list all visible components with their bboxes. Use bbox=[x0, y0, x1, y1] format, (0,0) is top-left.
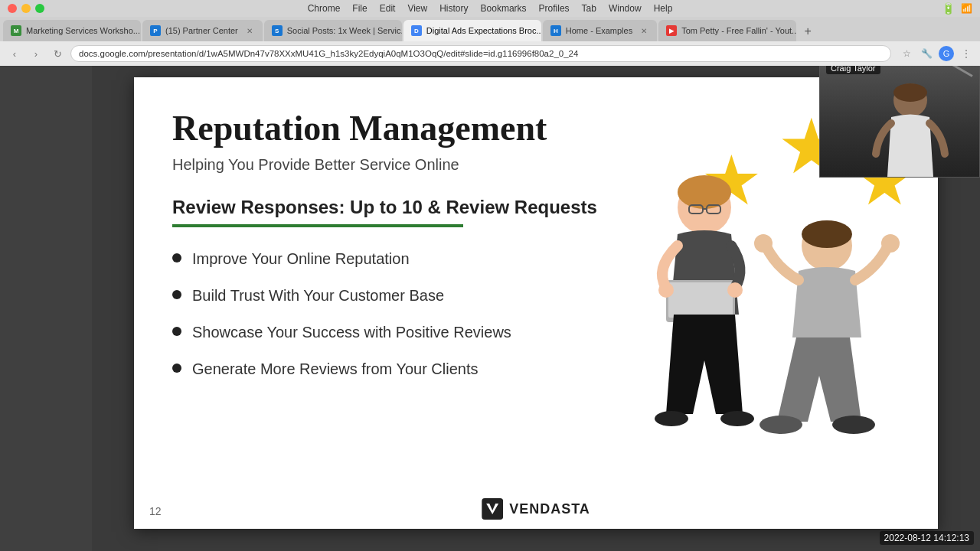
url-text: docs.google.com/presentation/d/1wA5MWDn4… bbox=[79, 49, 578, 58]
bullet-dot-2 bbox=[172, 290, 181, 299]
mac-menu: Chrome File Edit View History Bookmarks … bbox=[308, 3, 673, 14]
green-divider bbox=[172, 224, 463, 227]
profile-icon[interactable]: G bbox=[939, 46, 954, 61]
new-tab-button[interactable]: + bbox=[798, 21, 818, 41]
timestamp: 2022-08-12 14:12:13 bbox=[880, 531, 974, 545]
webcam-person-svg bbox=[864, 77, 956, 177]
bullet-text-4: Generate More Reviews from Your Clients bbox=[192, 359, 479, 379]
tab-label-4: Digital Ads Expectations Broc... bbox=[426, 26, 541, 35]
menu-tab[interactable]: Tab bbox=[582, 3, 596, 14]
mac-titlebar: Chrome File Edit View History Bookmarks … bbox=[0, 0, 980, 17]
bullet-text-1: Improve Your Online Reputation bbox=[192, 249, 410, 269]
menu-chrome[interactable]: Chrome bbox=[308, 3, 341, 14]
star-icon[interactable]: ☆ bbox=[899, 46, 914, 61]
bullet-text-2: Build Trust With Your Customer Base bbox=[192, 285, 444, 305]
menu-bookmarks[interactable]: Bookmarks bbox=[481, 3, 527, 14]
menu-history[interactable]: History bbox=[439, 3, 468, 14]
tab-favicon-6: ▶ bbox=[666, 25, 677, 36]
extension-icon[interactable]: 🔧 bbox=[919, 46, 934, 61]
address-input[interactable]: docs.google.com/presentation/d/1wA5MWDn4… bbox=[70, 45, 891, 62]
forward-button[interactable]: › bbox=[28, 45, 44, 62]
menu-profiles[interactable]: Profiles bbox=[539, 3, 570, 14]
bullet-dot-4 bbox=[172, 364, 181, 373]
tab-favicon-2: P bbox=[150, 25, 161, 36]
tab-label-6: Tom Petty - Free Fallin' - Yout... bbox=[681, 26, 796, 35]
vendasta-name: VENDASTA bbox=[509, 501, 590, 517]
slide-number: 12 bbox=[149, 505, 162, 517]
tab-close-2[interactable]: ✕ bbox=[244, 25, 255, 36]
tab-favicon-3: S bbox=[272, 25, 283, 36]
svg-rect-6 bbox=[668, 282, 733, 318]
svg-point-10 bbox=[720, 411, 754, 426]
tab-digital-ads[interactable]: D Digital Ads Expectations Broc... ✕ bbox=[403, 20, 541, 41]
tab-close-5[interactable]: ✕ bbox=[639, 25, 649, 36]
svg-point-8 bbox=[727, 282, 743, 298]
reload-button[interactable]: ↻ bbox=[49, 45, 66, 62]
bullet-text-3: Showcase Your Success with Positive Revi… bbox=[192, 322, 511, 342]
tab-favicon-1: M bbox=[11, 25, 21, 36]
tab-marketing-services[interactable]: M Marketing Services Worksho... ✕ bbox=[3, 20, 141, 41]
vendasta-logo: VENDASTA bbox=[482, 498, 590, 520]
webcam-overlay: Craig Taylor bbox=[819, 55, 980, 178]
tab-label-1: Marketing Services Worksho... bbox=[26, 26, 140, 35]
mac-chrome: Chrome File Edit View History Bookmarks … bbox=[0, 0, 980, 55]
tab-home-examples[interactable]: H Home - Examples ✕ bbox=[543, 20, 657, 41]
tab-label-5: Home - Examples bbox=[566, 26, 632, 35]
svg-point-20 bbox=[893, 83, 927, 102]
bullet-dot-3 bbox=[172, 327, 181, 336]
tab-social-posts[interactable]: S Social Posts: 1x Week | Servic... ✕ bbox=[264, 20, 402, 41]
close-button[interactable] bbox=[8, 4, 17, 13]
slide-panel bbox=[0, 55, 92, 551]
tab-favicon-5: H bbox=[550, 25, 561, 36]
svg-point-12 bbox=[802, 220, 852, 248]
svg-point-15 bbox=[760, 416, 802, 434]
tab-bar: M Marketing Services Worksho... ✕ P (15)… bbox=[0, 17, 980, 41]
svg-point-14 bbox=[881, 234, 900, 253]
menu-view[interactable]: View bbox=[407, 3, 427, 14]
menu-help[interactable]: Help bbox=[654, 3, 673, 14]
menu-edit[interactable]: Edit bbox=[380, 3, 396, 14]
tab-label-3: Social Posts: 1x Week | Servic... bbox=[287, 26, 402, 35]
tab-youtube[interactable]: ▶ Tom Petty - Free Fallin' - Yout... ✕ bbox=[658, 20, 796, 41]
svg-point-9 bbox=[655, 411, 688, 426]
traffic-lights[interactable] bbox=[8, 4, 44, 13]
tab-label-2: (15) Partner Center bbox=[165, 26, 238, 35]
back-button[interactable]: ‹ bbox=[6, 45, 23, 62]
browser-icons: ☆ 🔧 G ⋮ bbox=[899, 46, 974, 61]
menu-file[interactable]: File bbox=[352, 3, 367, 14]
svg-point-7 bbox=[658, 282, 674, 298]
tab-partner-center[interactable]: P (15) Partner Center ✕ bbox=[142, 20, 263, 41]
svg-rect-17 bbox=[482, 498, 503, 520]
maximize-button[interactable] bbox=[35, 4, 44, 13]
more-icon[interactable]: ⋮ bbox=[959, 46, 974, 61]
bullet-dot-1 bbox=[172, 253, 181, 262]
svg-point-1 bbox=[678, 175, 731, 209]
mac-right-icons: 🔋 📶 bbox=[942, 2, 972, 15]
vendasta-v-icon bbox=[482, 498, 503, 520]
svg-point-16 bbox=[832, 416, 875, 434]
tab-favicon-4: D bbox=[411, 25, 422, 36]
address-bar-row: ‹ › ↻ docs.google.com/presentation/d/1wA… bbox=[0, 41, 980, 66]
svg-point-13 bbox=[754, 234, 773, 253]
menu-window[interactable]: Window bbox=[609, 3, 642, 14]
minimize-button[interactable] bbox=[21, 4, 31, 13]
presentation-slide: Reputation Management Helping You Provid… bbox=[134, 77, 938, 529]
people-illustration bbox=[555, 161, 938, 514]
